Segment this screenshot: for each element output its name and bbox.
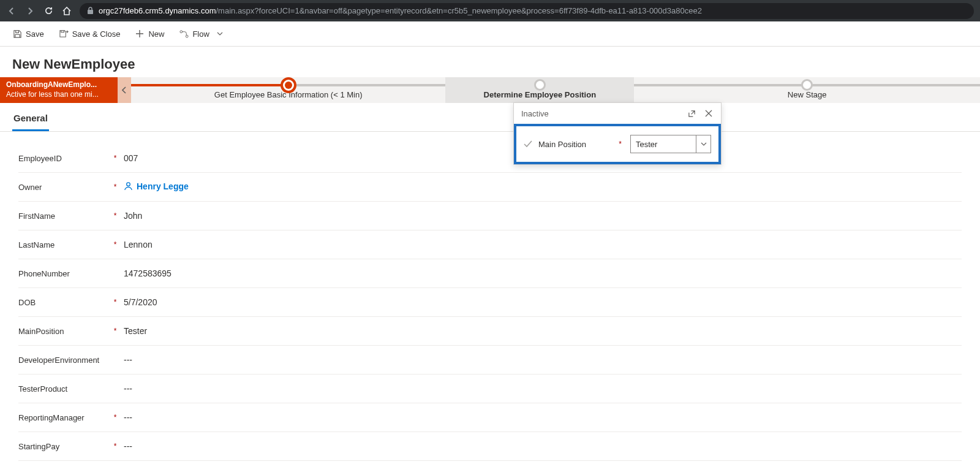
flyout-main-position-field: Main Position * Tester xyxy=(514,124,721,164)
stage-active-icon xyxy=(281,77,296,93)
field-label: TesterProduct xyxy=(18,384,110,394)
form-row[interactable]: DeveloperEnvironment--- xyxy=(18,346,962,375)
field-label: DOB xyxy=(18,298,110,307)
main-position-select[interactable]: Tester xyxy=(630,135,711,153)
form-row[interactable]: LastName*Lennon xyxy=(18,230,962,259)
stage-icon xyxy=(801,79,813,91)
tab-label: General xyxy=(13,113,48,123)
required-marker: * xyxy=(110,154,120,162)
form-row[interactable]: MainPosition*Tester xyxy=(18,317,962,346)
svg-rect-0 xyxy=(88,10,93,14)
save-close-label: Save & Close xyxy=(72,29,121,39)
save-close-icon xyxy=(59,29,69,39)
form-tabs: General xyxy=(0,103,980,132)
required-marker: * xyxy=(110,240,120,249)
required-marker: * xyxy=(110,211,120,220)
form-row[interactable]: FirstName*John xyxy=(18,202,962,230)
flow-icon xyxy=(179,29,189,39)
owner-link[interactable]: Henry Legge xyxy=(124,181,189,191)
browser-bar: orgc27fdeb6.crm5.dynamics.com/main.aspx?… xyxy=(0,0,980,21)
stage-flyout: Inactive Main Position * Tester xyxy=(513,102,722,165)
back-icon[interactable] xyxy=(6,6,17,17)
required-marker: * xyxy=(110,413,120,422)
page-title: New NewEmployee xyxy=(12,56,968,72)
select-value: Tester xyxy=(631,135,696,153)
stage-determine-position[interactable]: Determine Employee Position xyxy=(445,77,634,103)
required-marker: * xyxy=(110,298,120,306)
field-label: EmployeeID xyxy=(18,154,110,163)
field-value[interactable]: --- xyxy=(120,413,962,422)
form-row[interactable]: Owner*Henry Legge xyxy=(18,173,962,202)
field-value[interactable]: Tester xyxy=(120,326,962,336)
save-label: Save xyxy=(26,29,44,39)
plus-icon xyxy=(135,29,145,39)
flyout-field-label: Main Position xyxy=(538,140,614,149)
flow-label: Flow xyxy=(192,29,209,39)
stage-label: Determine Employee Position xyxy=(484,90,597,99)
chevron-down-icon[interactable] xyxy=(696,135,710,153)
save-icon xyxy=(12,29,22,39)
field-label: Owner xyxy=(18,183,110,192)
owner-name: Henry Legge xyxy=(137,181,189,191)
stage-get-employee-basic[interactable]: Get Employee Basic Information (< 1 Min) xyxy=(131,77,445,103)
form-row[interactable]: PhoneNumber1472583695 xyxy=(18,259,962,288)
command-bar: Save Save & Close New Flow xyxy=(0,21,980,47)
form-row[interactable]: DOB*5/7/2020 xyxy=(18,288,962,317)
field-value[interactable]: Lennon xyxy=(120,240,962,249)
stage-icon xyxy=(534,79,546,91)
form-row[interactable]: TesterProduct--- xyxy=(18,375,962,403)
stage-new-stage[interactable]: New Stage xyxy=(634,77,980,103)
field-value[interactable]: --- xyxy=(120,355,962,365)
required-marker: * xyxy=(110,183,120,191)
field-label: FirstName xyxy=(18,211,110,221)
popout-icon[interactable] xyxy=(687,108,696,118)
process-badge[interactable]: OnboardingANewEmplo... Active for less t… xyxy=(0,77,118,103)
new-button[interactable]: New xyxy=(129,24,170,44)
process-bar: OnboardingANewEmplo... Active for less t… xyxy=(0,77,980,103)
field-label: MainPosition xyxy=(18,327,110,336)
form-row[interactable]: ReportingManager*--- xyxy=(18,403,962,432)
home-icon[interactable] xyxy=(61,6,72,17)
check-icon xyxy=(524,140,533,148)
field-label: StartingPay xyxy=(18,442,110,451)
forward-icon[interactable] xyxy=(24,6,36,17)
process-name: OnboardingANewEmplo... xyxy=(6,80,111,90)
process-collapse-button[interactable] xyxy=(118,77,131,103)
save-button[interactable]: Save xyxy=(6,24,50,44)
url-text: orgc27fdeb6.crm5.dynamics.com/main.aspx?… xyxy=(99,6,702,15)
field-value[interactable]: --- xyxy=(120,441,962,451)
process-status: Active for less than one mi... xyxy=(6,90,111,100)
required-marker: * xyxy=(619,140,622,148)
svg-point-2 xyxy=(186,35,188,37)
field-label: PhoneNumber xyxy=(18,269,110,278)
new-label: New xyxy=(148,29,164,39)
field-label: ReportingManager xyxy=(18,413,110,422)
flyout-status: Inactive xyxy=(521,109,549,118)
flyout-header: Inactive xyxy=(514,103,721,124)
page-header: New NewEmployee xyxy=(0,47,980,77)
reload-icon[interactable] xyxy=(43,6,54,17)
flow-button[interactable]: Flow xyxy=(173,24,228,44)
field-value[interactable]: Henry Legge xyxy=(120,181,962,193)
form-general: EmployeeID*007Owner*Henry LeggeFirstName… xyxy=(0,132,980,464)
field-value[interactable]: John xyxy=(120,211,962,221)
tab-general[interactable]: General xyxy=(12,109,49,131)
form-row[interactable]: StartingPay*--- xyxy=(18,432,962,461)
field-value[interactable]: --- xyxy=(120,384,962,394)
form-row[interactable]: EmployeeID*007 xyxy=(18,144,962,173)
field-value[interactable]: 5/7/2020 xyxy=(120,297,962,307)
stage-label: New Stage xyxy=(788,90,827,99)
required-marker: * xyxy=(110,327,120,335)
field-label: DeveloperEnvironment xyxy=(18,356,110,365)
save-close-button[interactable]: Save & Close xyxy=(53,24,127,44)
required-marker: * xyxy=(110,442,120,451)
chevron-down-icon xyxy=(217,32,223,36)
svg-point-3 xyxy=(127,183,130,186)
field-label: LastName xyxy=(18,240,110,249)
url-bar[interactable]: orgc27fdeb6.crm5.dynamics.com/main.aspx?… xyxy=(80,3,974,19)
close-icon[interactable] xyxy=(704,108,714,118)
lock-icon xyxy=(87,7,94,15)
field-value[interactable]: 1472583695 xyxy=(120,268,962,278)
svg-point-1 xyxy=(180,30,183,32)
